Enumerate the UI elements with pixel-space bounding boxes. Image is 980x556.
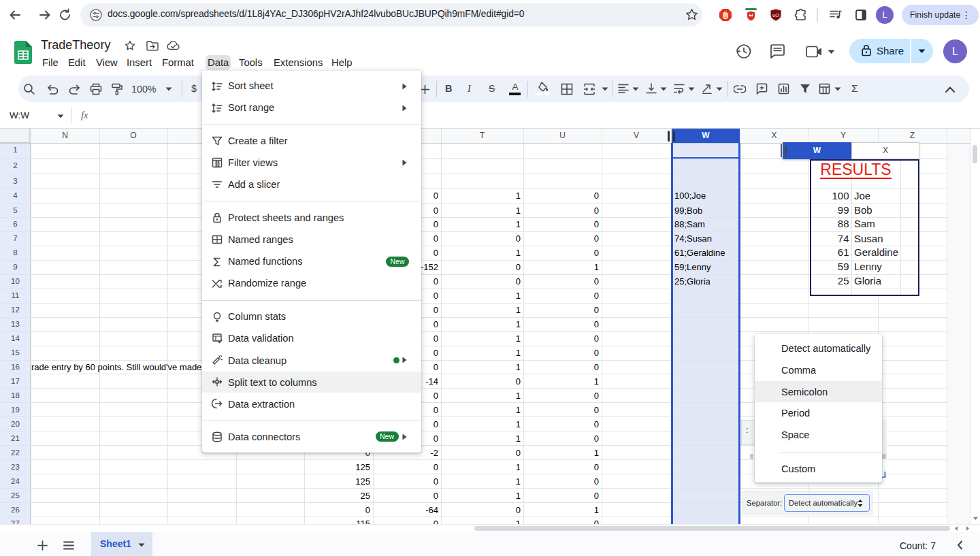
svg-text:uO: uO bbox=[772, 13, 779, 18]
